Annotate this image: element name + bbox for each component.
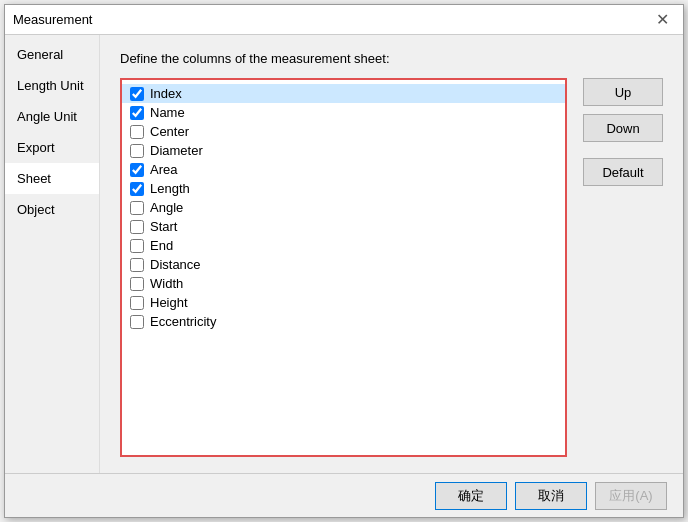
list-item: Area (122, 160, 565, 179)
dialog-title: Measurement (13, 12, 92, 27)
column-checkbox-angle[interactable] (130, 201, 144, 215)
list-item: Start (122, 217, 565, 236)
columns-list[interactable]: IndexNameCenterDiameterAreaLengthAngleSt… (120, 78, 567, 457)
sidebar-item-general[interactable]: General (5, 39, 99, 70)
list-item: Center (122, 122, 565, 141)
column-label: Eccentricity (150, 314, 216, 329)
column-checkbox-width[interactable] (130, 277, 144, 291)
list-item: End (122, 236, 565, 255)
list-item: Length (122, 179, 565, 198)
column-label: Length (150, 181, 190, 196)
content-row: IndexNameCenterDiameterAreaLengthAngleSt… (120, 78, 663, 457)
measurement-dialog: Measurement ✕ GeneralLength UnitAngle Un… (4, 4, 684, 518)
list-item: Angle (122, 198, 565, 217)
list-item: Diameter (122, 141, 565, 160)
column-checkbox-end[interactable] (130, 239, 144, 253)
sidebar-item-sheet[interactable]: Sheet (5, 163, 99, 194)
up-button[interactable]: Up (583, 78, 663, 106)
column-label: Angle (150, 200, 183, 215)
column-checkbox-eccentricity[interactable] (130, 315, 144, 329)
column-checkbox-distance[interactable] (130, 258, 144, 272)
column-label: Index (150, 86, 182, 101)
column-label: Height (150, 295, 188, 310)
sidebar-item-angle-unit[interactable]: Angle Unit (5, 101, 99, 132)
column-label: Center (150, 124, 189, 139)
list-item: Distance (122, 255, 565, 274)
list-item: Eccentricity (122, 312, 565, 331)
list-item: Width (122, 274, 565, 293)
column-checkbox-center[interactable] (130, 125, 144, 139)
column-label: Start (150, 219, 177, 234)
column-checkbox-area[interactable] (130, 163, 144, 177)
cancel-button[interactable]: 取消 (515, 482, 587, 510)
sidebar: GeneralLength UnitAngle UnitExportSheetO… (5, 35, 100, 473)
column-label: Name (150, 105, 185, 120)
ok-button[interactable]: 确定 (435, 482, 507, 510)
main-content: Define the columns of the measurement sh… (100, 35, 683, 473)
list-item: Index (122, 84, 565, 103)
footer: 确定 取消 应用(A) (5, 473, 683, 517)
column-checkbox-length[interactable] (130, 182, 144, 196)
title-bar: Measurement ✕ (5, 5, 683, 35)
column-checkbox-diameter[interactable] (130, 144, 144, 158)
default-button[interactable]: Default (583, 158, 663, 186)
list-item: Name (122, 103, 565, 122)
close-button[interactable]: ✕ (650, 10, 675, 30)
list-item: Height (122, 293, 565, 312)
column-label: Area (150, 162, 177, 177)
sidebar-item-export[interactable]: Export (5, 132, 99, 163)
sidebar-item-length-unit[interactable]: Length Unit (5, 70, 99, 101)
column-label: Width (150, 276, 183, 291)
column-checkbox-name[interactable] (130, 106, 144, 120)
column-checkbox-height[interactable] (130, 296, 144, 310)
column-checkbox-index[interactable] (130, 87, 144, 101)
column-label: Distance (150, 257, 201, 272)
description-text: Define the columns of the measurement sh… (120, 51, 663, 66)
action-buttons: Up Down Default (583, 78, 663, 457)
sidebar-item-object[interactable]: Object (5, 194, 99, 225)
dialog-body: GeneralLength UnitAngle UnitExportSheetO… (5, 35, 683, 473)
apply-button[interactable]: 应用(A) (595, 482, 667, 510)
column-checkbox-start[interactable] (130, 220, 144, 234)
down-button[interactable]: Down (583, 114, 663, 142)
column-label: End (150, 238, 173, 253)
column-label: Diameter (150, 143, 203, 158)
